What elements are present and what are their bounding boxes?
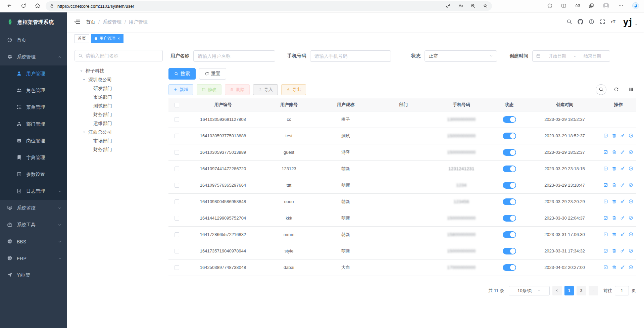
tree-node[interactable]: 橙子科技 <box>75 67 163 76</box>
assign-role-button[interactable] <box>629 166 633 172</box>
row-checkbox[interactable] <box>175 117 179 122</box>
sidebar-item[interactable]: 系统监控 <box>0 200 67 217</box>
sidebar-item[interactable]: 首页 <box>0 32 67 49</box>
fullscreen-button[interactable] <box>600 19 605 26</box>
help-button[interactable] <box>589 19 594 26</box>
row-checkbox[interactable] <box>175 134 179 138</box>
tree-node[interactable]: 市场部门 <box>75 137 163 145</box>
reset-password-button[interactable] <box>620 216 625 221</box>
favorites-icon[interactable] <box>575 3 580 9</box>
close-icon[interactable]: × <box>117 36 120 41</box>
phone-input[interactable] <box>310 51 391 61</box>
zoom-out-icon[interactable] <box>470 3 476 9</box>
tree-node[interactable]: 财务部门 <box>75 110 163 119</box>
reset-button[interactable]: 重置 <box>199 68 226 80</box>
edit-button[interactable] <box>603 265 608 270</box>
edit-button[interactable] <box>603 166 608 172</box>
user-avatar[interactable]: yj <box>623 18 638 27</box>
reset-password-button[interactable] <box>620 248 625 254</box>
delete-button[interactable] <box>612 150 616 155</box>
tree-node[interactable]: 财务部门 <box>75 145 163 154</box>
status-toggle[interactable] <box>503 231 516 238</box>
hide-search-button[interactable] <box>596 84 606 95</box>
created-daterange[interactable]: 开始日期 - 结束日期 <box>532 50 610 62</box>
goto-page-input[interactable] <box>615 286 629 295</box>
prev-page-button[interactable] <box>552 286 562 295</box>
caret-down-icon[interactable] <box>80 69 86 73</box>
copilot-icon[interactable] <box>632 2 639 10</box>
collapse-sidebar-button[interactable] <box>74 18 81 26</box>
breadcrumb-item[interactable]: 首页 <box>86 19 95 25</box>
assign-role-button[interactable] <box>629 133 633 139</box>
tree-node[interactable]: 运维部门 <box>75 119 163 128</box>
tree-node[interactable]: 市场部门 <box>75 93 163 102</box>
row-checkbox[interactable] <box>175 216 179 221</box>
tree-node[interactable]: 江西总公司 <box>75 128 163 137</box>
caret-down-icon[interactable] <box>82 78 88 82</box>
row-checkbox[interactable] <box>175 183 179 188</box>
edit-button[interactable] <box>603 232 608 237</box>
reset-password-button[interactable] <box>620 232 625 237</box>
status-toggle[interactable] <box>503 149 516 156</box>
delete-button[interactable] <box>612 166 616 172</box>
sidebar-item[interactable]: ERP <box>0 250 67 267</box>
row-checkbox[interactable] <box>175 249 179 253</box>
github-link[interactable] <box>578 19 583 26</box>
row-checkbox[interactable] <box>175 150 179 155</box>
font-size-button[interactable]: TT <box>611 19 616 26</box>
dept-search-input[interactable] <box>75 50 162 61</box>
sidebar-item[interactable]: 岗位管理 <box>0 133 67 149</box>
delete-button[interactable] <box>612 265 616 270</box>
sidebar-item[interactable]: 部门管理 <box>0 116 67 133</box>
tree-node[interactable]: 测试部门 <box>75 102 163 110</box>
reset-password-button[interactable] <box>620 133 625 139</box>
reset-password-button[interactable] <box>620 265 625 270</box>
page-button[interactable]: 2 <box>577 286 586 295</box>
edit-button[interactable] <box>603 183 608 188</box>
tree-node[interactable]: 深圳总公司 <box>75 76 163 84</box>
tree-node[interactable]: 研发部门 <box>75 84 163 93</box>
page-button[interactable]: 1 <box>564 286 574 295</box>
status-toggle[interactable] <box>503 116 516 123</box>
import-button[interactable]: 导入 <box>253 84 278 95</box>
split-screen-icon[interactable] <box>561 3 566 9</box>
read-aloud-icon[interactable] <box>458 3 463 9</box>
delete-button[interactable] <box>612 133 616 139</box>
delete-button[interactable] <box>612 232 616 237</box>
assign-role-button[interactable] <box>629 265 633 270</box>
delete-button[interactable] <box>612 248 616 254</box>
sidebar-item[interactable]: 参数设置 <box>0 166 67 183</box>
sidebar-item[interactable]: 日志管理 <box>0 183 67 200</box>
status-toggle[interactable] <box>503 182 516 189</box>
next-page-button[interactable] <box>589 286 598 295</box>
refresh-table-button[interactable] <box>611 85 621 95</box>
collections-icon[interactable] <box>589 3 594 9</box>
sidebar-item[interactable]: 菜单管理 <box>0 99 67 116</box>
status-toggle[interactable] <box>503 248 516 254</box>
edit-button[interactable] <box>603 248 608 254</box>
caret-down-icon[interactable] <box>82 130 88 134</box>
page-size-select[interactable]: 10条/页 <box>509 286 550 295</box>
profile-avatar[interactable] <box>602 2 610 10</box>
status-select[interactable]: 正常 <box>425 50 497 62</box>
search-button[interactable] <box>566 19 572 26</box>
edit-button[interactable] <box>603 133 608 139</box>
row-checkbox[interactable] <box>175 167 179 171</box>
row-checkbox[interactable] <box>175 265 179 270</box>
row-checkbox[interactable] <box>175 199 179 204</box>
key-icon[interactable] <box>446 3 451 9</box>
refresh-page-button[interactable] <box>21 3 26 9</box>
sidebar-item[interactable]: 用户管理 <box>0 65 67 82</box>
star-plus-icon[interactable] <box>483 3 488 9</box>
status-toggle[interactable] <box>503 166 516 172</box>
username-input[interactable] <box>194 51 275 61</box>
breadcrumb-item[interactable]: 用户管理 <box>129 19 148 25</box>
edit-button[interactable] <box>603 150 608 155</box>
reset-password-button[interactable] <box>620 166 625 172</box>
more-icon[interactable] <box>618 3 624 9</box>
assign-role-button[interactable] <box>629 199 633 204</box>
assign-role-button[interactable] <box>629 232 633 237</box>
row-checkbox[interactable] <box>175 232 179 237</box>
add-button[interactable]: 新增 <box>168 84 193 95</box>
reset-password-button[interactable] <box>620 199 625 204</box>
